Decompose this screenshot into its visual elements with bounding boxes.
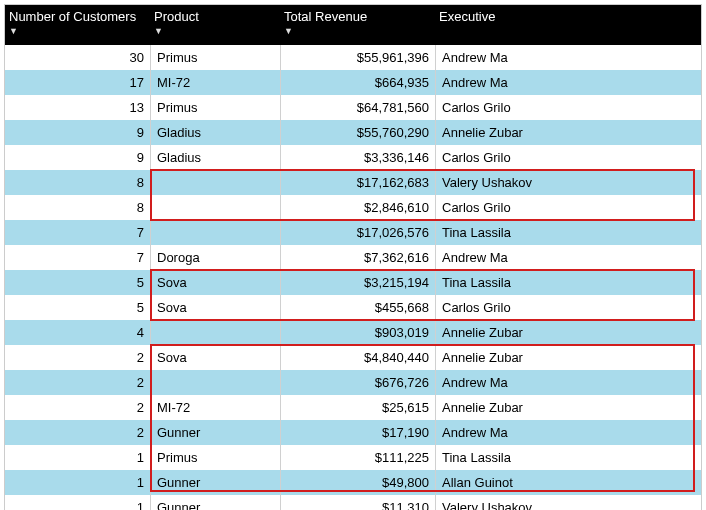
cell-number-of-customers: 5 [5,295,150,320]
cell-product [150,320,280,345]
cell-executive: Andrew Ma [435,70,701,95]
table-row[interactable]: 1Gunner$11,310Valery Ushakov [5,495,701,510]
sort-desc-icon: ▼ [9,26,146,36]
cell-product: Gunner [150,470,280,495]
cell-total-revenue: $664,935 [280,70,435,95]
cell-total-revenue: $3,336,146 [280,145,435,170]
cell-executive: Andrew Ma [435,370,701,395]
cell-executive: Andrew Ma [435,45,701,70]
table-row[interactable]: 30Primus$55,961,396Andrew Ma [5,45,701,70]
cell-executive: Carlos Grilo [435,145,701,170]
cell-total-revenue: $17,162,683 [280,170,435,195]
cell-total-revenue: $3,215,194 [280,270,435,295]
table-row[interactable]: 2$676,726Andrew Ma [5,370,701,395]
cell-total-revenue: $64,781,560 [280,95,435,120]
cell-executive: Tina Lassila [435,445,701,470]
table-row[interactable]: 7$17,026,576Tina Lassila [5,220,701,245]
table-row[interactable]: 5Sova$455,668Carlos Grilo [5,295,701,320]
sort-desc-icon: ▼ [284,26,431,36]
cell-total-revenue: $17,026,576 [280,220,435,245]
table-row[interactable]: 1Primus$111,225Tina Lassila [5,445,701,470]
table-header-row: Number of Customers ▼ Product ▼ Total Re… [5,5,701,45]
table-body: 30Primus$55,961,396Andrew Ma17MI-72$664,… [5,45,701,510]
cell-number-of-customers: 9 [5,145,150,170]
cell-executive: Tina Lassila [435,220,701,245]
cell-total-revenue: $55,760,290 [280,120,435,145]
cell-total-revenue: $17,190 [280,420,435,445]
cell-executive: Valery Ushakov [435,495,701,510]
cell-number-of-customers: 1 [5,470,150,495]
table-row[interactable]: 2MI-72$25,615Annelie Zubar [5,395,701,420]
cell-total-revenue: $2,846,610 [280,195,435,220]
cell-executive: Carlos Grilo [435,295,701,320]
column-header-total-revenue[interactable]: Total Revenue ▼ [280,7,435,36]
cell-product: Gunner [150,420,280,445]
cell-product: Primus [150,95,280,120]
cell-product: Gunner [150,495,280,510]
table-row[interactable]: 9Gladius$3,336,146Carlos Grilo [5,145,701,170]
data-table: Number of Customers ▼ Product ▼ Total Re… [4,4,702,510]
table-row[interactable]: 2Gunner$17,190Andrew Ma [5,420,701,445]
cell-number-of-customers: 1 [5,445,150,470]
cell-number-of-customers: 17 [5,70,150,95]
cell-product: Sova [150,270,280,295]
cell-executive: Andrew Ma [435,245,701,270]
cell-total-revenue: $25,615 [280,395,435,420]
table-row[interactable]: 8$2,846,610Carlos Grilo [5,195,701,220]
cell-total-revenue: $903,019 [280,320,435,345]
cell-product: MI-72 [150,70,280,95]
table-row[interactable]: 4$903,019Annelie Zubar [5,320,701,345]
column-header-label: Total Revenue [284,9,367,24]
table-row[interactable]: 5Sova$3,215,194Tina Lassila [5,270,701,295]
cell-executive: Valery Ushakov [435,170,701,195]
table-row[interactable]: 17MI-72$664,935Andrew Ma [5,70,701,95]
cell-executive: Carlos Grilo [435,195,701,220]
cell-number-of-customers: 9 [5,120,150,145]
table-row[interactable]: 9Gladius$55,760,290Annelie Zubar [5,120,701,145]
cell-executive: Annelie Zubar [435,395,701,420]
cell-number-of-customers: 8 [5,195,150,220]
column-header-number-of-customers[interactable]: Number of Customers ▼ [5,7,150,36]
table-row[interactable]: 8$17,162,683Valery Ushakov [5,170,701,195]
column-header-label: Number of Customers [9,9,136,24]
cell-number-of-customers: 2 [5,345,150,370]
cell-number-of-customers: 7 [5,245,150,270]
column-header-product[interactable]: Product ▼ [150,7,280,36]
cell-product: Sova [150,345,280,370]
cell-product: Primus [150,45,280,70]
cell-executive: Annelie Zubar [435,320,701,345]
cell-total-revenue: $455,668 [280,295,435,320]
cell-number-of-customers: 4 [5,320,150,345]
cell-product [150,170,280,195]
table-row[interactable]: 13Primus$64,781,560Carlos Grilo [5,95,701,120]
cell-total-revenue: $7,362,616 [280,245,435,270]
cell-product: Gladius [150,120,280,145]
column-header-label: Product [154,9,199,24]
table-row[interactable]: 7Doroga$7,362,616Andrew Ma [5,245,701,270]
table-row[interactable]: 1Gunner$49,800Allan Guinot [5,470,701,495]
cell-product: Primus [150,445,280,470]
table-row[interactable]: 2Sova$4,840,440Annelie Zubar [5,345,701,370]
cell-product [150,195,280,220]
cell-product: Sova [150,295,280,320]
cell-number-of-customers: 2 [5,395,150,420]
cell-executive: Andrew Ma [435,420,701,445]
cell-number-of-customers: 1 [5,495,150,510]
cell-executive: Allan Guinot [435,470,701,495]
cell-executive: Carlos Grilo [435,95,701,120]
cell-total-revenue: $676,726 [280,370,435,395]
cell-total-revenue: $111,225 [280,445,435,470]
cell-total-revenue: $49,800 [280,470,435,495]
cell-product [150,220,280,245]
cell-executive: Tina Lassila [435,270,701,295]
cell-number-of-customers: 2 [5,420,150,445]
column-header-label: Executive [439,9,495,24]
cell-number-of-customers: 5 [5,270,150,295]
cell-number-of-customers: 30 [5,45,150,70]
cell-number-of-customers: 2 [5,370,150,395]
cell-total-revenue: $11,310 [280,495,435,510]
cell-product [150,370,280,395]
column-header-executive[interactable]: Executive [435,7,701,25]
cell-product: Doroga [150,245,280,270]
cell-total-revenue: $4,840,440 [280,345,435,370]
